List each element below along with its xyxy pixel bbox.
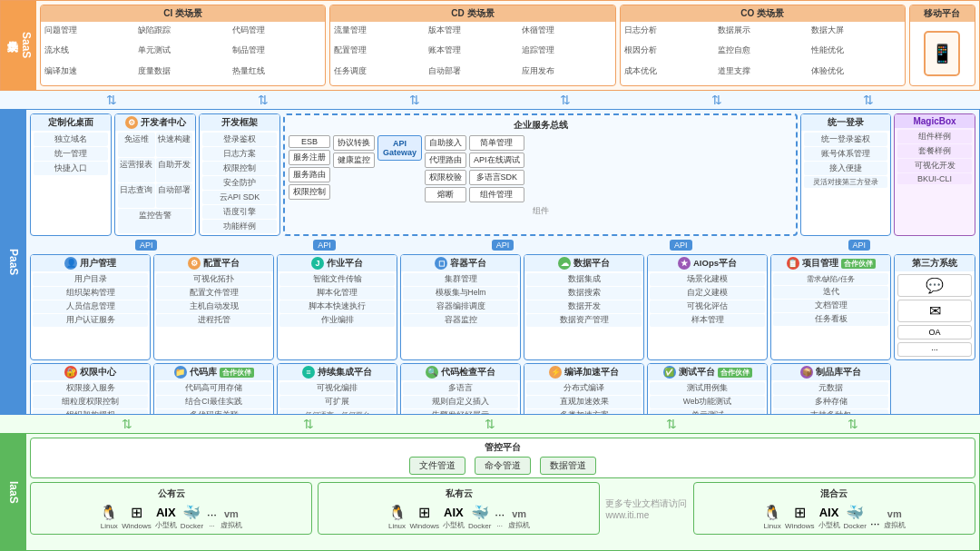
container-header: ◻ 容器平台: [401, 255, 520, 271]
artifact-header: 📦 制品库平台: [771, 364, 890, 380]
job-header: J 作业平台: [278, 255, 397, 271]
permissions-header: 🔐 权限中心: [31, 364, 150, 380]
dev-center-items: 免运维 快速构建 运营报表 自助开发 日志查询 自动部署 监控告警: [115, 131, 195, 235]
arrow-2: ⇅: [258, 93, 269, 107]
esb-right2: 简单管理 API在线调试 多语言SDK 组件管理: [469, 135, 524, 202]
arrow-3: ⇅: [409, 93, 420, 107]
item: 数据开发: [526, 300, 642, 313]
item: 集群管理: [403, 273, 518, 286]
wechat-icon: 💬: [926, 277, 944, 294]
vm-icon: vm: [224, 508, 239, 519]
container-items: 集群管理 模板集与Helm 容器编排调度 容器监控: [401, 271, 520, 359]
job-items: 智能文件传输 脚本化管理 脚本本快速执行 作业编排: [278, 271, 397, 359]
co-item: 根因分析: [622, 44, 715, 63]
ci-item: 代码管理: [230, 24, 323, 43]
esb-center: 协议转换 健康监控: [333, 135, 375, 168]
iaas-content: 管控平台 文件管道 命令管道 数据管道 公有云 🐧 Linux: [26, 434, 979, 550]
code-repo-items: 代码高可用存储 结合CI最佳实践 多代码库关联 集成流水线: [154, 380, 273, 414]
kanban-item-cmd: 命令管道: [475, 457, 531, 475]
arrow-7: ⇅: [122, 417, 132, 431]
vm-label: 虚拟机: [508, 520, 530, 530]
aix-label: 小型机: [155, 520, 177, 530]
item: 云API SDK: [202, 191, 277, 204]
magic-items: 组件样例 套餐样例 可视化开发 BKUI-CLI: [895, 128, 975, 235]
windows-icon: ⊞: [131, 504, 142, 521]
project-title: 项目管理: [802, 258, 838, 270]
aix-icon: AIX: [156, 506, 176, 519]
aiops-box: ★ AIOps平台 场景化建模 自定义建模 可视化评估 样本管理: [647, 254, 768, 360]
mobile-items: 📱: [910, 22, 975, 85]
api-row: API API API API API: [30, 239, 975, 251]
co-item: 性能优化: [809, 44, 902, 63]
wechat-item: 💬: [897, 274, 972, 297]
paas-label: PaaS: [1, 110, 26, 414]
api-gateway-box: APIGateway: [377, 135, 422, 161]
item: 进程托管: [156, 314, 271, 327]
paas-content: 定制化桌面 独立域名 统一管理 快捷入口 ⚙ 开发者中心 免运维: [26, 110, 979, 414]
paas-layer: PaaS 定制化桌面 独立域名 统一管理 快捷入口: [0, 109, 980, 415]
item: 主机自动发现: [156, 300, 271, 313]
compile-acc-icon: ⚡: [549, 366, 562, 379]
test-header: ✅ 测试平台 合作伙伴: [648, 364, 767, 380]
arrow-6: ⇅: [863, 93, 874, 107]
code-check-items: 多语言 规则自定义插入 告警发好好展示 本地工具支持: [401, 380, 520, 414]
container-box: ◻ 容器平台 集群管理 模板集与Helm 容器编排调度 容器监控: [400, 254, 521, 360]
item: 熔断: [425, 187, 466, 202]
esb-inner: ESB 服务注册 服务路由 权限控制 协议转换 健康监控 APIGatewa: [289, 135, 792, 202]
hybrid-cloud-box: 混合云 🐧 Linux ⊞ Windows AIX 小型机: [693, 482, 975, 535]
test-items: 测试用例集 Web功能测试 单元测试 终端设备管理: [648, 380, 767, 414]
saas-layer: SaaS类场景 CI 类场景 问题管理 缺陷跟踪 代码管理 流水线 单元测试 制…: [0, 0, 980, 91]
item: 脚本化管理: [279, 287, 395, 300]
item: 代理路由: [425, 153, 466, 168]
vm-icon: vm: [887, 508, 902, 519]
more-item: ···: [897, 342, 972, 357]
third-party-header: 第三方系统: [895, 255, 975, 271]
item: 人员信息管理: [33, 300, 148, 313]
ci-item: 制品管理: [230, 44, 323, 63]
co-item: 数据展示: [716, 24, 808, 43]
permissions-title: 权限中心: [80, 367, 116, 379]
item: 自定义建模: [650, 287, 765, 300]
unified-login-items: 统一登录鉴权 账号体系管理 接入便捷 灵活对接第三方登录: [801, 131, 890, 235]
cd-item: 账本管理: [426, 44, 519, 63]
ci-item: 单元测试: [136, 44, 229, 63]
paas-iaas-arrows: ⇅ ⇅ ⇅ ⇅ ⇅: [0, 415, 980, 433]
windows-icon: ⊞: [418, 504, 430, 521]
item: 监控告警: [118, 209, 192, 233]
project-header: 📋 项目管理 合作伙伴: [771, 255, 890, 271]
item: 迭代: [773, 286, 888, 299]
item: 权限接入服务: [33, 382, 148, 395]
item: 元数据: [773, 382, 888, 395]
third-party-placeholder: [894, 363, 975, 414]
esb-service-route: 服务路由: [289, 167, 330, 182]
custom-desktop-title: 定制化桌面: [48, 116, 93, 129]
code-check-icon: 🔍: [426, 366, 438, 379]
artifact-title: 制品库平台: [816, 367, 861, 379]
item: 可扩展: [279, 396, 395, 408]
item: 独立域名: [34, 133, 108, 146]
co-header: CO 类场景: [621, 5, 905, 22]
watermark-area: 更多专业文档请访问 www.iti.me: [605, 482, 687, 535]
hybrid-cloud-title: 混合云: [698, 487, 971, 501]
item: 代码高可用存储: [156, 382, 271, 395]
item: 容器编排调度: [403, 300, 518, 313]
item: 结合CI最佳实践: [156, 396, 271, 408]
item: 脚本本快速执行: [279, 300, 395, 313]
vm-label: 虚拟机: [220, 520, 242, 530]
docker-icon: 🐳: [846, 504, 864, 521]
linux-label: Linux: [101, 522, 118, 530]
email-icon: ✉: [929, 302, 941, 320]
ci-items: 问题管理 缺陷跟踪 代码管理 流水线 单元测试 制品管理 编译加速 度量数据 热…: [41, 22, 325, 85]
vm-label: 虚拟机: [884, 520, 906, 530]
cd-item: 休循管理: [520, 24, 612, 43]
kanban-box: 管控平台 文件管道 命令管道 数据管道: [30, 438, 975, 478]
config-header: ⚙ 配置平台: [154, 255, 273, 271]
saas-label: SaaS类场景: [1, 1, 36, 90]
item: 数据搜索: [526, 287, 642, 300]
aix-icon: AIX: [444, 506, 464, 519]
permissions-icon: 🔐: [64, 366, 77, 379]
ci-item: 热量红线: [230, 64, 323, 84]
arrow-8: ⇅: [303, 417, 314, 431]
aix-item: AIX 小型机: [155, 506, 177, 530]
saas-paas-arrows: ⇅ ⇅ ⇅ ⇅ ⇅ ⇅: [0, 91, 980, 109]
